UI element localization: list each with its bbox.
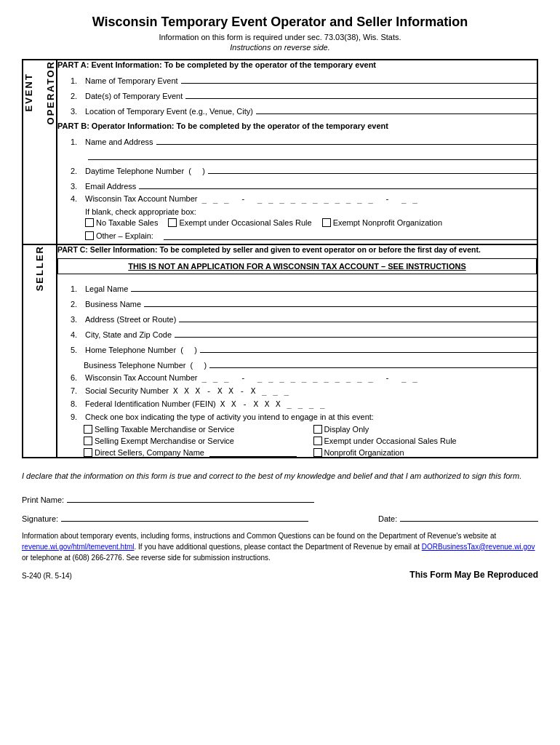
daytime-tel-line[interactable] (208, 164, 537, 174)
part-b-field-1: 1. Name and Address (71, 135, 537, 146)
part-c-field-5-container: 5. Home Telephone Number ( ) Business Te… (71, 343, 537, 370)
form-number: S-240 (R. 5-14) (22, 572, 72, 580)
dates-of-event-line[interactable] (185, 89, 537, 99)
footer-text-2: . If you have additional questions, plea… (135, 543, 422, 551)
no-taxable-sales-check[interactable]: No Taxable Sales (85, 218, 158, 227)
seller-label: SELLER (23, 244, 57, 458)
page-subtitle-italic: Instructions on reverse side. (22, 43, 538, 52)
part-c-field-5-home: 5. Home Telephone Number ( ) (71, 343, 537, 354)
direct-sellers-check[interactable]: Direct Sellers, Company Name (84, 448, 300, 457)
name-of-event-line[interactable] (181, 73, 537, 84)
other-check[interactable]: Other – Explain: (85, 231, 153, 240)
selling-taxable-box[interactable] (84, 425, 92, 434)
no-taxable-sales-box[interactable] (85, 218, 94, 227)
part-c-field-7: 7. Social Security Number X X X - X X - … (71, 386, 537, 396)
nonprofit-org-box[interactable] (313, 448, 322, 457)
display-only-check[interactable]: Display Only (313, 425, 530, 434)
reproduce-text: This Form May Be Reproduced (409, 570, 538, 580)
exempt-occasional-box[interactable] (168, 218, 177, 227)
print-name-line[interactable] (67, 491, 314, 503)
part-a-field-3: 3. Location of Temporary Event (e.g., Ve… (71, 104, 537, 116)
footer-text-1: Information about temporary events, incl… (22, 532, 496, 540)
exempt-occasional-seller-check[interactable]: Exempt under Occasional Sales Rule (313, 437, 530, 445)
selling-taxable-check[interactable]: Selling Taxable Merchandise or Service (84, 425, 300, 434)
date-field: Date: (378, 510, 538, 523)
part-b-field-3: 3. Email Address (71, 179, 537, 191)
event-operator-content: PART A: Event Information: To be complet… (57, 60, 537, 244)
other-explain-row: Other – Explain: (85, 230, 537, 240)
activity-checkboxes: Selling Taxable Merchandise or Service D… (84, 425, 537, 457)
selling-exempt-check[interactable]: Selling Exempt Merchandise or Service (84, 437, 300, 445)
other-box[interactable] (85, 231, 94, 240)
footer-link-2[interactable]: DORBusinessTax@revenue.wi.gov (422, 543, 535, 551)
city-state-zip-line[interactable] (175, 327, 537, 338)
signature-field: Signature: (22, 510, 364, 523)
nonprofit-org-check[interactable]: Nonprofit Organization (313, 448, 530, 457)
part-b-field-1-line2 (85, 150, 537, 160)
name-address-line[interactable] (156, 135, 537, 145)
print-name-row: Print Name: (22, 491, 538, 504)
part-b-header: PART B: Operator Information: To be comp… (57, 121, 537, 130)
part-b-field-2: 2. Daytime Telephone Number ( ) (71, 164, 537, 175)
email-line[interactable] (139, 179, 537, 189)
part-c-field-8: 8. Federal Identification Number (FEIN) … (71, 399, 537, 409)
part-a-header: PART A: Event Information: To be complet… (57, 60, 537, 69)
name-address-line2[interactable] (88, 150, 537, 160)
legal-name-line[interactable] (131, 282, 537, 292)
blank-check-label: If blank, check appropriate box: (85, 207, 537, 216)
operator-checkboxes: No Taxable Sales Exempt under Occasional… (85, 218, 537, 227)
signature-line[interactable] (61, 510, 308, 522)
part-c-field-6: 6. Wisconsin Tax Account Number _ _ _ - … (71, 373, 537, 383)
business-tel-line[interactable] (209, 358, 537, 368)
date-line[interactable] (400, 510, 538, 522)
business-name-line[interactable] (144, 297, 537, 307)
print-name-label: Print Name: (22, 495, 64, 504)
part-c-field-9-label: 9. Check one box indicating the type of … (71, 413, 537, 421)
exempt-nonprofit-box[interactable] (322, 218, 331, 227)
home-tel-line[interactable] (200, 343, 537, 353)
part-a-field-2: 2. Date(s) of Temporary Event (71, 89, 537, 100)
footer-link-1[interactable]: revenue.wi.gov/html/temevent.html (22, 543, 135, 551)
display-only-box[interactable] (313, 425, 322, 434)
part-c-field-5-business: Business Telephone Number ( ) (84, 358, 537, 370)
date-label: Date: (378, 514, 397, 523)
seller-content: PART C: Seller Information: To be comple… (57, 244, 537, 458)
part-c-field-1: 1. Legal Name (71, 282, 537, 293)
part-b-field-4: 4. Wisconsin Tax Account Number _ _ _ - … (71, 194, 537, 204)
exempt-occasional-check[interactable]: Exempt under Occasional Sales Rule (168, 218, 311, 227)
part-c-field-3: 3. Address (Street or Route) (71, 312, 537, 324)
declaration-text: I declare that the information on this f… (22, 466, 538, 487)
footer-info: Information about temporary events, incl… (22, 530, 538, 563)
part-b-field-1-container: 1. Name and Address (71, 135, 537, 160)
other-explain-line[interactable] (164, 230, 537, 240)
part-c-field-2: 2. Business Name (71, 297, 537, 308)
signature-row: Signature: Date: (22, 510, 538, 523)
part-c-field-9-container: 9. Check one box indicating the type of … (71, 413, 537, 457)
signature-label: Signature: (22, 514, 58, 523)
page-subtitle: Information on this form is required und… (22, 33, 538, 41)
notice-box: THIS IS NOT AN APPLICATION FOR A WISCONS… (57, 258, 537, 274)
selling-exempt-box[interactable] (84, 437, 92, 445)
location-of-event-line[interactable] (256, 104, 537, 114)
event-operator-label: EVENT OPERATOR (23, 60, 57, 244)
exempt-occasional-seller-box[interactable] (313, 437, 322, 445)
address-line[interactable] (179, 312, 537, 322)
part-c-field-4: 4. City, State and Zip Code (71, 327, 537, 339)
footer-text-3: or telephone at (608) 266-2776. See reve… (22, 554, 271, 562)
footer-bottom: S-240 (R. 5-14) This Form May Be Reprodu… (22, 566, 538, 580)
direct-sellers-box[interactable] (84, 448, 92, 457)
page-title: Wisconsin Temporary Event Operator and S… (22, 15, 538, 30)
part-c-header: PART C: Seller Information: To be comple… (57, 245, 537, 254)
part-a-field-1: 1. Name of Temporary Event (71, 73, 537, 85)
exempt-nonprofit-check[interactable]: Exempt Nonprofit Organization (322, 218, 442, 227)
